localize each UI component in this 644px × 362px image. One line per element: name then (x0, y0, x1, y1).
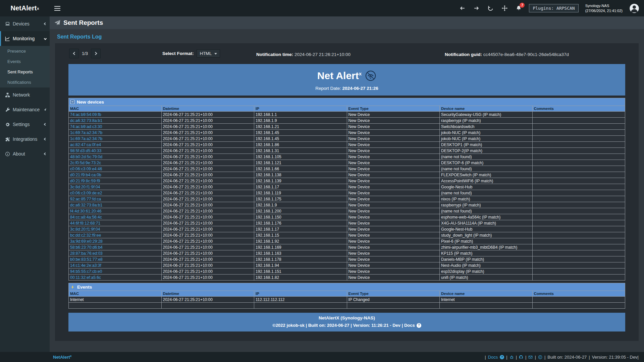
user-avatar[interactable] (629, 3, 639, 13)
nav-back-button[interactable] (459, 5, 466, 12)
mac-link[interactable]: dc:a6:32:73:8a:b1 (70, 203, 102, 207)
mac-link[interactable]: 3c:8d:20:f1:9f:04 (70, 185, 100, 189)
sidebar-item-integrations[interactable]: Integrations (0, 132, 50, 146)
mac-link[interactable]: d0:21:f9:8c:59:f9 (70, 179, 100, 183)
table-cell: 192.168.1.31 (254, 148, 347, 154)
footer-mail-link[interactable] (528, 355, 533, 359)
mac-link[interactable]: 44:6f:f8:12:68:71 (70, 221, 100, 226)
table-cell (532, 118, 625, 124)
move-button[interactable] (501, 5, 508, 12)
notifications-bell-button[interactable]: 7 (515, 5, 522, 12)
sidebar-subitem-sent-reports[interactable]: Sent Reports (0, 67, 50, 77)
table-cell: 192.168.1.163 (254, 250, 347, 256)
mac-link[interactable]: 74:ac:b9:54:09:fb (70, 112, 101, 117)
footer-github-link[interactable] (519, 355, 523, 359)
notification-time-value: 2024-06-27 21:26:21+10:00 (293, 52, 351, 57)
mac-link[interactable]: b0:be:83:51:77:e8 (70, 257, 103, 262)
footer-brand-link[interactable]: NetAlertx (53, 354, 72, 360)
events-band: Events (68, 283, 625, 291)
report-date-label: Report Date: (315, 86, 342, 91)
sidebar-item-settings[interactable]: Settings (0, 117, 50, 132)
column-header: MAC (69, 291, 162, 297)
mac-link[interactable]: 14:c1:4e:2e:a3:3f (70, 263, 101, 268)
prev-page-button[interactable] (69, 49, 79, 58)
sidebar-item-network[interactable]: Network (0, 87, 50, 102)
mac-link[interactable]: 94:b5:55:c7:cb:e0 (70, 269, 102, 274)
table-cell: 3a:9d:69:e0:29:28 (69, 238, 162, 244)
table-cell: dc:a6:32:73:8a:b1 (69, 118, 162, 124)
sidebar-subitem-presence[interactable]: Presence (0, 46, 50, 56)
sidebar-subitem-notifications[interactable]: Notifications (0, 77, 50, 87)
mac-link[interactable]: d0:21:f9:b4:ca:0b (70, 173, 101, 177)
sidebar-toggle-button[interactable] (50, 0, 65, 16)
mac-link[interactable]: f4:4d:30:61:20:46 (70, 209, 101, 214)
chevron-left-icon (73, 52, 76, 55)
refresh-button[interactable] (487, 5, 494, 12)
table-row: 14:c1:4e:2e:a3:3f2024-06-27 21:25:21+10:… (69, 262, 625, 268)
sidebar-item-devices[interactable]: Devices (0, 16, 50, 31)
copyright-icon (538, 355, 542, 359)
table-cell: 74:ac:b9:ad:c3:30 (69, 124, 162, 130)
sidebar-item-monitoring[interactable]: Monitoring (0, 31, 50, 46)
mac-link[interactable]: 3a:9d:69:e0:29:28 (70, 239, 103, 244)
separator: | (535, 355, 536, 360)
mac-link[interactable]: 00:11:32:ef:a5:6c (70, 275, 101, 280)
mac-link[interactable]: c0:06:c3:09:de:e2 (70, 191, 102, 195)
report-header: Net Alertx Report Date: 2024-06-27 21:26 (68, 64, 625, 96)
plugins-arpscan-badge[interactable]: Plugins: ARPSCAN (529, 4, 578, 12)
table-cell: New Device (347, 178, 440, 184)
table-cell: esp32display (IP match) (440, 268, 533, 275)
sidebar-item-about[interactable]: About (0, 146, 50, 161)
mac-link[interactable]: 92:ac:85:77:fd:ca (70, 197, 101, 201)
mac-link[interactable]: dc:a6:32:73:8a:b1 (70, 118, 102, 123)
table-row: 84:cc:a8:4a:56:4c2024-06-27 21:25:21+10:… (69, 214, 625, 220)
nav-forward-button[interactable] (473, 5, 480, 12)
table-cell: c0:06:c3:09:e4:46 (69, 166, 162, 172)
table-cell: New Device (347, 172, 440, 178)
format-select[interactable]: HTML (197, 49, 220, 58)
mac-link[interactable]: ac:82:47:ca:0f:e4 (70, 142, 101, 147)
next-page-button[interactable] (91, 49, 101, 58)
arrow-right-icon (474, 5, 479, 11)
table-cell: DESKTOP-2(IP match) (440, 148, 533, 154)
mac-link[interactable]: bc:dd:c2:32:f9:ee (70, 233, 101, 238)
notification-time-label: Notification time: (256, 52, 293, 57)
mac-link[interactable]: 74:ac:b9:ad:c3:30 (70, 124, 102, 129)
mac-link[interactable]: 3c:8d:20:f1:9f:04 (70, 227, 100, 232)
footer-docs-link[interactable]: Docs (488, 355, 498, 360)
mac-link[interactable]: 48:b0:2d:5c:79:0d (70, 155, 102, 159)
table-row: Internet2024-06-27 21:25:21+10:00112.112… (69, 297, 625, 303)
column-header: Comments (532, 106, 625, 112)
table-cell: 192.168.1.66 (254, 166, 347, 172)
mac-link[interactable]: 1c:69:7a:a2:34:7b (70, 136, 102, 141)
table-cell: c0:06:c3:09:de:e2 (69, 190, 162, 196)
footer-license-link[interactable] (538, 355, 542, 359)
sidebar-subitem-events[interactable]: Events (0, 56, 50, 67)
mac-link[interactable]: 2c:f0:5d:9e:73:2c (70, 161, 101, 165)
table-cell: 112.112.112.112 (254, 297, 347, 303)
table-cell (532, 202, 625, 208)
app-logo[interactable]: NetAlertx (0, 0, 50, 16)
mac-link[interactable]: 84:cc:a8:4a:56:4c (70, 215, 102, 220)
mac-link[interactable]: c0:06:c3:09:e4:46 (70, 167, 102, 171)
new-devices-band: New devices (68, 98, 625, 106)
table-cell: 192.168.1.9 (254, 118, 347, 124)
separator: | (485, 355, 486, 360)
table-cell: 48:b0:2d:5c:79:0d (69, 154, 162, 160)
table-cell: 2c:f0:5d:9e:73:2c (69, 160, 162, 166)
table-cell: b0:be:83:51:77:e8 (69, 256, 162, 262)
table-cell: nixos (IP match) (440, 196, 533, 202)
question-circle-icon[interactable]: ? (417, 323, 421, 328)
footer-bug-link[interactable] (509, 355, 514, 359)
table-cell: 2024-06-27 21:25:21+10:00 (161, 268, 254, 275)
table-cell: 00:11:32:ef:a5:6c (69, 275, 162, 281)
sidebar-item-maintenance[interactable]: Maintenance (0, 102, 50, 117)
mac-link[interactable]: 1c:69:7a:a2:34:7b (70, 130, 102, 135)
table-cell: FLEXPOESwitch (IP match) (440, 172, 533, 178)
mac-link[interactable]: 98:5f:d3:d5:40:33 (70, 148, 101, 153)
table-cell: 192.168.1.1 (254, 112, 347, 118)
question-circle-icon[interactable]: ? (500, 355, 504, 359)
mac-link[interactable]: 58:b6:23:70:d6:b4 (70, 245, 103, 250)
table-cell (532, 262, 625, 268)
mac-link[interactable]: 28:87:ba:76:ed:03 (70, 251, 103, 256)
